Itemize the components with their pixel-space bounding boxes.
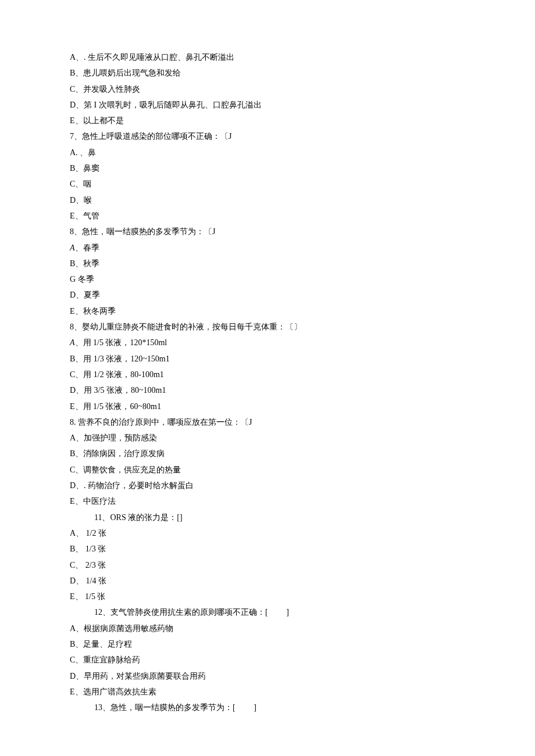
text-line: E、秋冬两季 (70, 303, 465, 319)
text-line: A、. 生后不久即见唾液从口腔、鼻孔不断溢出 (70, 49, 465, 65)
text-line: C、 2/3 张 (70, 557, 465, 573)
text-line: A、用 1/5 张液，120*150ml (70, 335, 465, 350)
text-line: 8、婴幼儿重症肺炎不能进食时的补液，按每日每千克体重：〔〕 (70, 319, 465, 335)
text-line: A. 、鼻 (70, 145, 465, 160)
text-line: B、足量、足疗程 (70, 636, 465, 652)
text-line: 13、急性，咽一结膜热的多发季节为：[ ] (70, 700, 465, 715)
text-line: D、夏季 (70, 287, 465, 303)
text-line: 11、ORS 液的张力是：[] (70, 510, 465, 525)
text-line: C、咽 (70, 176, 465, 192)
text-line: A、春季 (70, 240, 465, 256)
text-line: D、第 I 次喂乳时，吸乳后随即从鼻孔、口腔鼻孔溢出 (70, 97, 465, 113)
text-line: 12、支气管肺炎使用抗生素的原则哪项不正确：[ ] (70, 604, 465, 620)
text-line: B、消除病因，治疗原发病 (70, 446, 465, 461)
text-line: C、重症宜静脉给药 (70, 652, 465, 668)
text-line: B、患儿喂奶后出现气急和发给 (70, 65, 465, 81)
text-line: E、选用广谱高效抗生素 (70, 684, 465, 700)
text-line: C、调整饮食，供应充足的热量 (70, 462, 465, 478)
text-line: E、以上都不是 (70, 113, 465, 128)
text-line: B、 1/3 张 (70, 541, 465, 557)
text-line: D、早用药，对某些病原菌要联合用药 (70, 668, 465, 684)
text-line: D、喉 (70, 192, 465, 208)
text-line: B、秋季 (70, 256, 465, 271)
text-line: C、并发吸入性肺炎 (70, 81, 465, 97)
text-line: C、用 1/2 张液，80-100m1 (70, 367, 465, 382)
text-line: E、用 1/5 张液，60~80m1 (70, 399, 465, 414)
text-line: E、 1/5 张 (70, 589, 465, 604)
text-line: G 冬季 (70, 271, 465, 287)
text-line: D、用 3/5 张液，80~100m1 (70, 382, 465, 398)
text-line: E、中医疗法 (70, 493, 465, 509)
text-line: 8、急性，咽一结膜热的多发季节为：〔J (70, 224, 465, 239)
text-line: 8. 营养不良的治疗原则中，哪项应放在第一位：〔J (70, 414, 465, 430)
text-line: D、. 药物治疗，必要时给水解蛋白 (70, 478, 465, 493)
text-line: A、根据病原菌选用敏感药物 (70, 621, 465, 636)
text-line: A、加强护理，预防感染 (70, 430, 465, 446)
document-content: A、. 生后不久即见唾液从口腔、鼻孔不断溢出B、患儿喂奶后出现气急和发给C、并发… (70, 49, 465, 715)
text-line: A、 1/2 张 (70, 525, 465, 541)
text-line: B、用 1/3 张液，120~150m1 (70, 351, 465, 367)
text-line: B、鼻窦 (70, 160, 465, 176)
text-line: 7、急性上呼吸道感染的部位哪项不正确：〔J (70, 128, 465, 144)
text-line: E、气管 (70, 208, 465, 224)
text-line: D、 1/4 张 (70, 573, 465, 589)
